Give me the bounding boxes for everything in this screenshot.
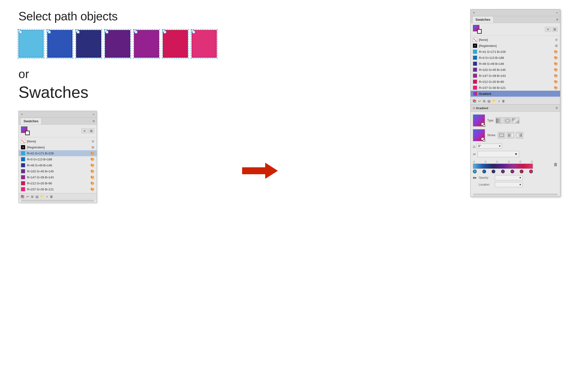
type-freeform-btn[interactable] [512, 117, 519, 124]
color-square-5[interactable] [134, 30, 159, 58]
panel-collapse-small[interactable]: « [93, 113, 94, 116]
arrows-icon[interactable]: ⇄ [473, 152, 476, 156]
stop-circle-2[interactable] [482, 170, 486, 173]
swatch-r147g39b143-small[interactable]: R=147 G=39 B=143 🎨 [19, 174, 97, 180]
gradient-scrollbar[interactable] [473, 194, 558, 195]
stop-circle-4[interactable] [501, 170, 505, 173]
grid-view-btn-small[interactable]: ⊞ [88, 128, 94, 133]
location-dropdown[interactable]: ▾ [495, 182, 523, 187]
delete-icon-large[interactable]: 🗑 [502, 99, 505, 103]
swatch-r41g171b226-small[interactable]: R=41 G=171 B=226 🎨 [19, 150, 97, 156]
grid-view-btn-large[interactable]: ⊞ [552, 27, 558, 32]
swatch-color-r46-small [21, 163, 25, 167]
tab-swatches-small[interactable]: Swatches [21, 118, 41, 124]
swatch-type-r41-large: 🎨 [554, 50, 558, 54]
list-view-btn-large[interactable]: ≡ [545, 27, 551, 32]
scrollbar-small[interactable] [21, 200, 94, 202]
library-icon-large[interactable]: 📚 [473, 99, 476, 103]
type-radial-btn[interactable] [504, 117, 511, 124]
swatch-r46g49b146-small[interactable]: R=46 G=49 B=146 🎨 [19, 162, 97, 168]
type-linear-btn[interactable] [496, 117, 503, 124]
color-square-3[interactable] [76, 30, 101, 58]
gradient-bar[interactable] [473, 164, 533, 169]
import-icon-large[interactable]: 📁 [492, 99, 496, 103]
fill-stroke-icon-small[interactable] [21, 126, 30, 135]
panel-footer-large: 📚 ↩ ⊞ ▤ 📁 + 🗑 [471, 98, 560, 104]
new-swatch-icon-small[interactable]: + [46, 195, 48, 199]
gradient-panel-menu[interactable]: ≡ [556, 106, 558, 110]
fill-stroke-icon-large[interactable] [473, 25, 482, 34]
stop-circle-3[interactable] [492, 170, 495, 173]
swatch-none-large[interactable]: [None] ⊘ [471, 37, 560, 43]
eyedropper-icon[interactable]: ✏ [473, 175, 477, 181]
delete-stop-btn[interactable]: 🗑 [554, 162, 558, 167]
new-color-group-icon-small[interactable]: ⊞ [31, 195, 34, 199]
panel-close-small[interactable]: × [21, 112, 23, 116]
swatch-options-icon-small[interactable]: ▤ [36, 195, 38, 199]
swatch-r41g171b226-large[interactable]: R=41 G=171 B=226 🎨 [471, 49, 560, 55]
stop-circle-1[interactable] [473, 170, 477, 173]
angle-icon: △ [473, 145, 475, 148]
swatch-list-small: [None] ⊘ ✛ [Registration] ⊞ R=41 G=171 B… [19, 137, 97, 193]
swatch-r46g49b146-large[interactable]: R=46 G=49 B=146 🎨 [471, 61, 560, 67]
panel-collapse-large[interactable]: « [556, 11, 558, 14]
swatch-r147g39b143-large[interactable]: R=147 G=39 B=143 🎨 [471, 73, 560, 79]
panel-menu-small[interactable]: ≡ [93, 119, 95, 123]
color-square-7[interactable] [192, 30, 217, 58]
swatch-options-icon-large[interactable]: ▤ [487, 99, 490, 103]
color-square-4[interactable] [105, 30, 130, 58]
swatch-label-r212-small: R=212 G=20 B=90 [27, 182, 90, 185]
swatch-r237g30b121-large[interactable]: R=237 G=30 B=121 🎨 [471, 85, 560, 91]
panel-toolbar-large: ≡ ⊞ [471, 23, 560, 36]
panel-menu-large[interactable]: ≡ [556, 17, 558, 22]
new-swatch-icon-large[interactable]: + [498, 99, 500, 103]
stroke-btn-2[interactable] [507, 132, 514, 138]
or-text: or [18, 67, 217, 81]
color-square-2[interactable] [47, 30, 72, 58]
stroke-btn-1[interactable] [498, 132, 505, 138]
stop-circle-7[interactable] [529, 170, 533, 173]
swatch-registration-large[interactable]: ✛ [Registration] ⊞ [471, 43, 560, 49]
color-square-1[interactable] [18, 30, 44, 58]
library-icon-small[interactable]: 📚 [21, 195, 25, 199]
diamond-2[interactable]: ◇ [485, 160, 486, 163]
swatch-color-r41-small [21, 151, 25, 155]
panel-close-large[interactable]: × [473, 11, 475, 14]
opacity-dropdown[interactable]: ▾ [495, 175, 523, 180]
swatch-none-small[interactable]: [None] ⊘ [19, 138, 97, 144]
swatch-r102g45b145-large[interactable]: R=102 G=45 B=145 🎨 [471, 67, 560, 73]
registration-color-box-large: ✛ [473, 44, 477, 48]
stop-circle-6[interactable] [520, 170, 524, 173]
swatch-label-r102-small: R=102 G=45 B=145 [27, 170, 90, 173]
stroke-btn-3[interactable] [516, 132, 523, 138]
angle-input[interactable]: 0° ▾ [477, 144, 502, 148]
swatch-label-r41-large: R=41 G=171 B=226 [479, 50, 554, 54]
delete-icon-small[interactable]: 🗑 [50, 195, 53, 199]
diamond-3[interactable]: ◇ [496, 160, 498, 163]
swatch-r212g20b90-large[interactable]: R=212 G=20 B=90 🎨 [471, 79, 560, 85]
new-color-group-icon-large[interactable]: ⊞ [483, 99, 486, 103]
stop-circle-5[interactable] [511, 170, 514, 173]
color-square-6[interactable] [163, 30, 188, 58]
link-icon-large[interactable]: ↩ [478, 99, 481, 103]
swatch-r237g30b121-small[interactable]: R=237 G=30 B=121 🎨 [19, 186, 97, 192]
diamond-5[interactable]: ◇ [519, 160, 521, 163]
swatch-r0g113b188-large[interactable]: R=0 G=113 B=188 🎨 [471, 55, 560, 61]
diamond-4[interactable]: ◇ [508, 160, 510, 163]
link-icon-small[interactable]: ↩ [26, 195, 29, 199]
swatch-color-r147-small [21, 175, 25, 179]
diamond-6[interactable]: ◇ [531, 160, 533, 163]
swatch-r102g45b145-small[interactable]: R=102 G=45 B=145 🎨 [19, 168, 97, 174]
list-view-btn-small[interactable]: ≡ [81, 128, 87, 133]
import-icon-small[interactable]: 📁 [40, 195, 44, 199]
swatch-registration-small[interactable]: ✛ [Registration] ⊞ [19, 144, 97, 150]
swatch-type-r237-large: 🎨 [554, 86, 558, 90]
swatch-r212g20b90-small[interactable]: R=212 G=20 B=90 🎨 [19, 180, 97, 186]
none-type-icon-small: ⊘ [91, 139, 94, 143]
swatch-r0g113b188-small[interactable]: R=0 G=113 B=188 🎨 [19, 156, 97, 162]
tab-swatches-large[interactable]: Swatches [473, 16, 493, 23]
diamond-1[interactable]: ◇ [473, 160, 475, 163]
link-dropdown[interactable]: ▾ [478, 151, 519, 157]
swatch-gradient-large[interactable]: Gradient [471, 91, 560, 97]
gradient-content: Type: S [471, 112, 560, 194]
